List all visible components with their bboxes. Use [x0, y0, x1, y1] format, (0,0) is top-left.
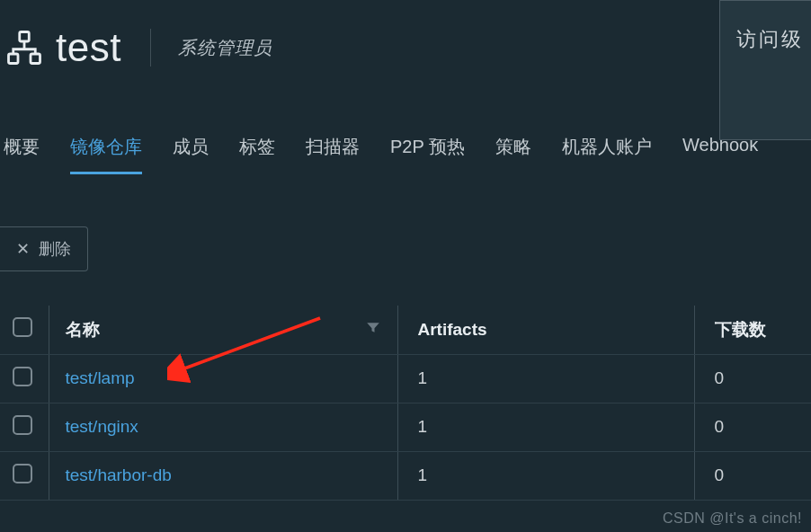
access-level-panel: 访问级	[719, 0, 811, 140]
tab-1[interactable]: 镜像仓库	[70, 135, 142, 174]
project-title: test	[56, 25, 121, 70]
tab-4[interactable]: 扫描器	[306, 135, 360, 174]
tab-8[interactable]: Webhook	[682, 135, 758, 174]
delete-button-label: 删除	[39, 238, 71, 260]
close-icon: ✕	[16, 241, 30, 257]
column-artifacts: Artifacts	[397, 306, 694, 354]
toolbar: ✕ 删除	[0, 226, 811, 271]
repo-table: 名称 Artifacts 下载数 test/lamp10test/nginx10…	[0, 306, 811, 501]
downloads-cell: 0	[694, 354, 811, 403]
row-checkbox[interactable]	[13, 367, 32, 386]
tab-2[interactable]: 成员	[173, 135, 209, 174]
table-row: test/lamp10	[0, 354, 811, 403]
divider	[150, 29, 151, 66]
tab-0[interactable]: 概要	[4, 135, 40, 174]
project-role: 系统管理员	[178, 36, 272, 60]
tab-3[interactable]: 标签	[239, 135, 275, 174]
repo-link[interactable]: test/harbor-db	[66, 466, 172, 484]
table-row: test/nginx10	[0, 403, 811, 451]
row-checkbox[interactable]	[13, 464, 32, 483]
svg-rect-2	[31, 54, 40, 64]
project-header: test 系统管理员	[0, 0, 811, 95]
tab-7[interactable]: 机器人账户	[562, 135, 652, 174]
svg-rect-1	[9, 54, 19, 64]
row-checkbox[interactable]	[13, 415, 32, 435]
repo-link[interactable]: test/nginx	[66, 417, 138, 436]
artifacts-cell: 1	[397, 354, 694, 403]
column-name: 名称	[49, 306, 397, 354]
artifacts-cell: 1	[397, 403, 694, 451]
tab-bar: 概要镜像仓库成员标签扫描器P2P 预热策略机器人账户Webhook	[0, 135, 811, 174]
select-all-checkbox[interactable]	[13, 317, 32, 337]
svg-rect-0	[20, 32, 30, 42]
repo-link[interactable]: test/lamp	[66, 368, 135, 387]
watermark: CSDN @It's a cinch!	[663, 510, 802, 527]
downloads-cell: 0	[694, 403, 811, 451]
column-downloads: 下载数	[694, 306, 811, 354]
delete-button[interactable]: ✕ 删除	[0, 226, 88, 271]
artifacts-cell: 1	[397, 451, 694, 500]
tab-5[interactable]: P2P 预热	[390, 135, 465, 174]
table-row: test/harbor-db10	[0, 451, 811, 500]
project-icon	[5, 29, 43, 66]
access-level-label: 访问级	[736, 28, 804, 50]
filter-icon[interactable]	[365, 319, 381, 340]
downloads-cell: 0	[694, 451, 811, 500]
tab-6[interactable]: 策略	[495, 135, 531, 174]
